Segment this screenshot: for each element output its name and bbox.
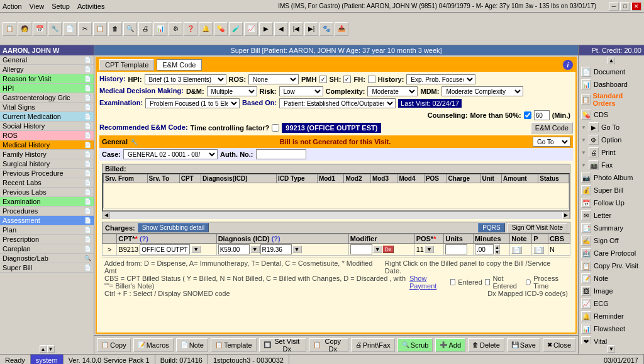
mdm-result-select[interactable]: Moderate Complexity	[441, 86, 523, 96]
sidebar-right-goto[interactable]: ▼ ▶ Go To	[579, 121, 644, 134]
macros-button[interactable]: 📝 Macros	[133, 338, 174, 352]
toolbar-btn-4[interactable]: 🔧	[48, 22, 62, 36]
right-sidebar-scroll-down[interactable]: ▼	[608, 345, 615, 353]
copy-button[interactable]: 📋 Copy	[97, 338, 131, 352]
sidebar-item-ros[interactable]: ROS 📄	[0, 131, 94, 140]
toolbar-btn-17[interactable]: 📈	[244, 22, 258, 36]
set-visit-dx-button[interactable]: 🔲 Set Visit Dx	[259, 338, 306, 352]
print-fax-button[interactable]: 🖨 Print\Fax	[351, 338, 395, 352]
sidebar-item-medical-history[interactable]: Medical History 📄	[0, 140, 94, 150]
tab-cpt-template[interactable]: CPT Template	[99, 59, 154, 71]
sidebar-item-current-medication[interactable]: Current Medication 📄	[0, 112, 94, 122]
right-sidebar-scroll-up[interactable]: ▲	[608, 57, 615, 64]
row-minutes[interactable]: ▲ ▼	[473, 244, 509, 256]
counseling-checkbox[interactable]	[524, 111, 531, 119]
note-icon-btn[interactable]: 📄	[511, 246, 522, 254]
toolbar-btn-2[interactable]: 🧑	[18, 22, 31, 36]
sidebar-item-diagnostic-lab[interactable]: Diagnostic/Lab 🔍	[0, 254, 94, 263]
toolbar-btn-21[interactable]: ▶|	[304, 22, 318, 36]
sidebar-scroll-down[interactable]: ▼	[47, 345, 55, 353]
toolbar-btn-3[interactable]: 📅	[33, 22, 47, 36]
sidebar-item-reason-for-visit[interactable]: Reason for Visit 📄	[0, 74, 94, 84]
row-modifier[interactable]: ▼ Dx	[348, 244, 414, 256]
toolbar-btn-20[interactable]: |◀	[289, 22, 303, 36]
sidebar-right-vital[interactable]: ❤ Vital	[579, 335, 644, 344]
units-input[interactable]: 1.00	[445, 244, 467, 254]
sidebar-item-super-bill[interactable]: Super Bill 📄	[0, 263, 94, 273]
add-button[interactable]: ➕ Add	[435, 338, 465, 352]
sidebar-item-recent-labs[interactable]: Recent Labs 📄	[0, 178, 94, 188]
sign-off-visit-note-btn[interactable]: Sign Off Visit Note	[508, 223, 567, 232]
row-cpt[interactable]: B9213 ▼	[117, 244, 216, 256]
copy-dx-button[interactable]: 📋 Copy Dx	[309, 338, 348, 352]
row-note[interactable]: 📄	[510, 244, 532, 256]
sidebar-right-super-bill[interactable]: 💰 Super Bill	[579, 184, 644, 196]
case-select[interactable]: GENERAL 02 - 0001 - 08/	[123, 149, 218, 159]
template-button[interactable]: 📋 Template	[211, 338, 257, 352]
exam-select[interactable]: Problem Focused (1 to 5 Elemen	[145, 98, 240, 108]
icd1-input[interactable]	[218, 244, 250, 254]
history-result-select[interactable]: Exp. Prob. Focused	[406, 74, 475, 84]
close-button[interactable]: ✖ Close	[543, 338, 575, 352]
toolbar-btn-1[interactable]: 📋	[3, 22, 16, 36]
billed-scroll-right[interactable]: ▶	[562, 212, 570, 219]
sidebar-right-print[interactable]: ▼ 🖨 Print	[579, 146, 644, 159]
sidebar-right-flowsheet[interactable]: 📊 Flowsheet	[579, 322, 644, 335]
sidebar-right-option[interactable]: ▼ ⚙ Option	[579, 134, 644, 146]
modifier-input[interactable]	[350, 244, 372, 254]
sidebar-item-family-history[interactable]: Family History 📄	[0, 150, 94, 159]
cpt-dropdown[interactable]: ▼	[191, 246, 201, 253]
sidebar-right-follow-up[interactable]: 📅 Follow Up	[579, 196, 644, 209]
toolbar-btn-22[interactable]: 🐾	[319, 22, 333, 36]
menu-view[interactable]: View	[30, 3, 45, 10]
minimize-btn[interactable]: ─	[609, 2, 619, 11]
complexity-select[interactable]: Moderate	[367, 86, 418, 96]
sidebar-right-copy-prv-visit[interactable]: 📋 Copy Prv. Visit	[579, 259, 644, 272]
pqrs-btn[interactable]: PQRS	[478, 223, 504, 232]
sidebar-item-examination[interactable]: Examination 📄	[0, 197, 94, 207]
goto-select[interactable]: Go To	[533, 137, 570, 147]
sidebar-scroll-up[interactable]: ▲	[40, 345, 47, 353]
sidebar-right-summary[interactable]: 📑 Summary	[579, 222, 644, 234]
sidebar-right-standard-orders[interactable]: 📋 Standard Orders	[579, 91, 644, 108]
show-payment-link[interactable]: Show Payment	[409, 275, 448, 290]
sidebar-item-plan[interactable]: Plan 📄	[0, 225, 94, 235]
fh-checkbox[interactable]	[368, 76, 375, 83]
minutes-down[interactable]: ▼	[494, 249, 500, 254]
sidebar-right-ecg[interactable]: 📈 ECG	[579, 297, 644, 310]
minutes-up[interactable]: ▲	[494, 244, 500, 249]
sidebar-item-vital-signs[interactable]: Vital Signs 📄	[0, 103, 94, 112]
icd1-dropdown[interactable]: ▼	[250, 246, 260, 253]
sidebar-item-general[interactable]: General 📄	[0, 55, 94, 65]
dx-button[interactable]: Dx	[383, 246, 394, 253]
row-p[interactable]: 📄	[532, 244, 548, 256]
sidebar-right-cds[interactable]: 💊 CDS	[579, 108, 644, 121]
sidebar-item-previous-labs[interactable]: Previous Labs 📄	[0, 188, 94, 197]
sidebar-right-sign-off[interactable]: ✍ Sign Off	[579, 234, 644, 247]
sidebar-item-gastroenterology[interactable]: Gastroenterology Gric 📄	[0, 93, 94, 103]
menu-action[interactable]: Action	[3, 3, 22, 10]
pos-dropdown[interactable]: ▼	[425, 246, 434, 253]
sidebar-item-procedures[interactable]: Procedures 📄	[0, 207, 94, 216]
toolbar-btn-10[interactable]: 🖨	[138, 22, 152, 36]
sh-checkbox[interactable]	[343, 76, 351, 83]
pmh-checkbox[interactable]	[319, 76, 327, 83]
show-scrubbing-btn[interactable]: Show Scrubbing detail	[138, 223, 209, 232]
sidebar-right-note[interactable]: 📝 Note	[579, 272, 644, 285]
sidebar-item-previous-procedure[interactable]: Previous Procedure 📄	[0, 169, 94, 178]
row-pos[interactable]: 11 ▼	[414, 244, 444, 256]
em-code-button[interactable]: E&M Code	[531, 122, 573, 134]
row-diagnosis[interactable]: ▼ ▼	[216, 244, 348, 256]
toolbar-btn-16[interactable]: 🧪	[229, 22, 243, 36]
sidebar-right-photo-album[interactable]: 📷 Photo Album	[579, 171, 644, 184]
sidebar-right-letter[interactable]: ✉ Letter	[579, 209, 644, 222]
toolbar-btn-9[interactable]: 🔍	[123, 22, 137, 36]
sidebar-item-surgical-history[interactable]: Surgical history 📄	[0, 159, 94, 169]
ros-select[interactable]: None	[248, 74, 299, 84]
row-units[interactable]: 1.00	[444, 244, 474, 256]
time-controlling-checkbox[interactable]	[272, 124, 279, 132]
sidebar-item-social-history[interactable]: Social History 📄	[0, 122, 94, 131]
toolbar-btn-11[interactable]: 📊	[153, 22, 167, 36]
restore-btn[interactable]: □	[620, 2, 630, 11]
note-button[interactable]: 📄 Note	[176, 338, 208, 352]
